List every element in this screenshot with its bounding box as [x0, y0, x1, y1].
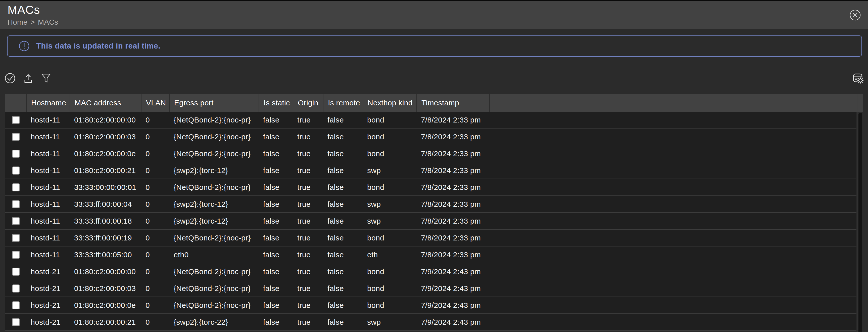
row-select-cell	[5, 179, 26, 195]
cell-vlan: 0	[141, 280, 169, 297]
cell-is-remote: false	[323, 247, 363, 263]
cell-nexthop-kind: bond	[363, 230, 416, 246]
cell-timestamp: 7/8/2024 2:33 pm	[416, 196, 489, 212]
column-header-is_static[interactable]: Is static	[258, 94, 293, 112]
row-checkbox[interactable]	[12, 251, 20, 259]
column-header-timestamp[interactable]: Timestamp	[416, 94, 489, 112]
column-header-is_remote[interactable]: Is remote	[323, 94, 363, 112]
cell-origin: true	[293, 129, 323, 145]
table-row: hostd-11 33:33:ff:00:00:04 0 {swp2}:{tor…	[5, 196, 857, 213]
row-checkbox[interactable]	[12, 234, 20, 242]
cell-egress-port: {NetQBond-2}:{noc-pr}	[169, 129, 258, 145]
row-checkbox[interactable]	[12, 200, 20, 208]
cell-timestamp: 7/8/2024 2:33 pm	[416, 179, 489, 195]
close-button[interactable]	[849, 9, 861, 21]
cell-is-static: false	[258, 145, 293, 162]
panel-header: MACs Home > MACs	[0, 1, 868, 29]
cell-hostname: hostd-11	[26, 196, 70, 212]
cell-is-static: false	[258, 112, 293, 128]
cell-is-static: false	[258, 247, 293, 263]
scrollbar-thumb[interactable]	[859, 113, 862, 332]
row-select-cell	[5, 297, 26, 313]
cell-vlan: 0	[141, 314, 169, 330]
cell-is-static: false	[258, 297, 293, 313]
cell-origin: true	[293, 179, 323, 195]
cell-origin: true	[293, 162, 323, 178]
cell-is-remote: false	[323, 314, 363, 330]
upload-export-icon	[23, 73, 34, 84]
cell-is-static: false	[258, 196, 293, 212]
header-filler-cell	[489, 94, 863, 112]
cell-mac-address: 01:80:c2:00:00:03	[70, 280, 141, 297]
cell-mac-address: 01:80:c2:00:00:00	[70, 112, 141, 128]
cell-is-static: false	[258, 179, 293, 195]
column-header-mac_address[interactable]: MAC address	[70, 94, 141, 112]
row-select-cell	[5, 247, 26, 263]
table-row: hostd-11 01:80:c2:00:00:0e 0 {NetQBond-2…	[5, 145, 857, 162]
export-button[interactable]	[23, 73, 34, 84]
column-header-egress_port[interactable]: Egress port	[169, 94, 258, 112]
cell-filler	[489, 129, 857, 145]
cell-hostname: hostd-21	[26, 280, 70, 297]
cell-nexthop-kind: swp	[363, 314, 416, 330]
cell-is-static: false	[258, 162, 293, 178]
row-checkbox[interactable]	[12, 284, 20, 293]
cell-origin: true	[293, 280, 323, 297]
breadcrumb-home[interactable]: Home	[7, 18, 27, 26]
cell-mac-address: 01:80:c2:00:00:0e	[70, 297, 141, 313]
close-circle-icon	[849, 9, 861, 21]
column-header-vlan[interactable]: VLAN	[141, 94, 169, 112]
cell-mac-address: 01:80:c2:00:00:21	[70, 314, 141, 330]
cell-hostname: hostd-21	[26, 314, 70, 330]
row-checkbox[interactable]	[12, 301, 20, 309]
row-select-cell	[5, 263, 26, 280]
row-checkbox[interactable]	[12, 150, 20, 158]
cell-is-remote: false	[323, 297, 363, 313]
cell-egress-port: {NetQBond-2}:{noc-pr}	[169, 145, 258, 162]
cell-is-remote: false	[323, 162, 363, 178]
cell-filler	[489, 179, 857, 195]
cell-origin: true	[293, 145, 323, 162]
row-select-cell	[5, 129, 26, 145]
cell-egress-port: {NetQBond-2}:{noc-pr}	[169, 179, 258, 195]
select-rows-button[interactable]	[4, 73, 16, 84]
cell-filler	[489, 280, 857, 297]
cell-mac-address: 33:33:ff:00:00:18	[70, 213, 141, 229]
vertical-scrollbar[interactable]	[857, 94, 863, 332]
column-header-hostname[interactable]: Hostname	[26, 94, 70, 112]
row-checkbox[interactable]	[12, 133, 20, 141]
column-header-origin[interactable]: Origin	[293, 94, 323, 112]
cell-vlan: 0	[141, 112, 169, 128]
cell-vlan: 0	[141, 145, 169, 162]
row-checkbox[interactable]	[12, 268, 20, 276]
row-select-cell	[5, 112, 26, 128]
cell-nexthop-kind: swp	[363, 162, 416, 178]
cell-egress-port: {NetQBond-2}:{noc-pr}	[169, 280, 258, 297]
cell-egress-port: {swp2}:{torc-22}	[169, 314, 258, 330]
select-all-header-cell[interactable]	[5, 94, 26, 112]
cell-filler	[489, 230, 857, 246]
filter-button[interactable]	[41, 73, 51, 84]
cell-nexthop-kind: bond	[363, 179, 416, 195]
cell-is-remote: false	[323, 145, 363, 162]
column-header-nexthop_kind[interactable]: Nexthop kind	[363, 94, 416, 112]
cell-is-remote: false	[323, 263, 363, 280]
cell-mac-address: 33:33:00:00:00:01	[70, 179, 141, 195]
row-checkbox[interactable]	[12, 318, 20, 326]
table-settings-gear-icon	[852, 73, 864, 84]
cell-hostname: hostd-21	[26, 297, 70, 313]
cell-is-static: false	[258, 280, 293, 297]
row-checkbox[interactable]	[12, 183, 20, 191]
table-row: hostd-11 33:33:00:00:00:01 0 {NetQBond-2…	[5, 179, 857, 196]
table-settings-button[interactable]	[852, 73, 864, 84]
row-checkbox[interactable]	[12, 217, 20, 225]
cell-egress-port: {NetQBond-2}:{noc-pr}	[169, 112, 258, 128]
cell-egress-port: {NetQBond-2}:{noc-pr}	[169, 263, 258, 280]
table-row: hostd-11 01:80:c2:00:00:03 0 {NetQBond-2…	[5, 129, 857, 145]
row-select-cell	[5, 230, 26, 246]
cell-origin: true	[293, 213, 323, 229]
breadcrumb: Home > MACs	[7, 18, 861, 26]
row-checkbox[interactable]	[12, 116, 20, 124]
row-checkbox[interactable]	[12, 166, 20, 174]
table-row: hostd-11 33:33:ff:00:05:00 0 eth0 false …	[5, 247, 857, 263]
